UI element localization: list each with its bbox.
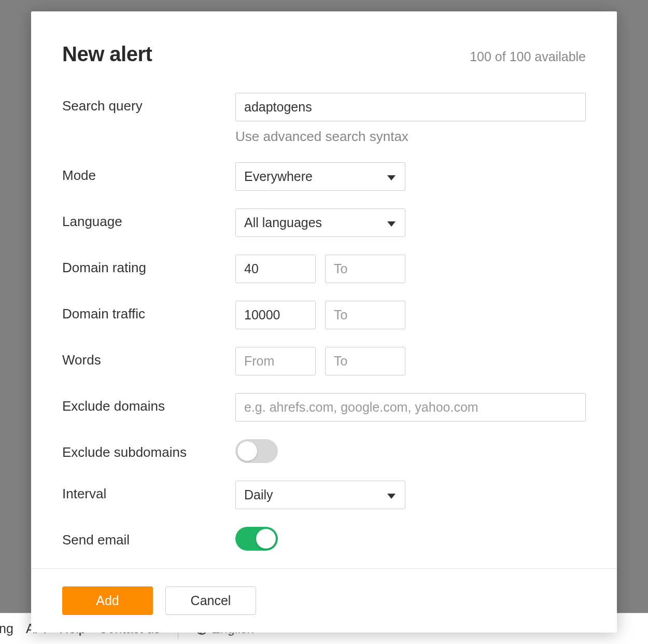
- words-to-input[interactable]: [325, 347, 405, 375]
- interval-select[interactable]: Daily: [235, 481, 405, 509]
- domain-traffic-to-input[interactable]: [325, 301, 405, 329]
- toggle-knob: [256, 529, 276, 549]
- domain-rating-to-input[interactable]: [325, 255, 405, 283]
- exclude-subdomains-toggle[interactable]: [235, 439, 278, 463]
- mode-select[interactable]: Everywhere: [235, 162, 405, 191]
- search-query-label: Search query: [62, 93, 235, 114]
- mode-select-value: Everywhere: [244, 169, 313, 184]
- mode-label: Mode: [62, 162, 235, 184]
- exclude-domains-label: Exclude domains: [62, 393, 235, 414]
- nav-pricing-partial[interactable]: cing: [0, 621, 13, 636]
- domain-traffic-from-input[interactable]: [235, 301, 316, 329]
- modal-title: New alert: [62, 43, 152, 66]
- send-email-label: Send email: [62, 527, 235, 548]
- language-select[interactable]: All languages: [235, 208, 405, 237]
- interval-label: Interval: [62, 481, 235, 502]
- words-label: Words: [62, 347, 235, 368]
- new-alert-modal: New alert 100 of 100 available Search qu…: [31, 11, 617, 633]
- search-query-input[interactable]: [235, 93, 586, 121]
- interval-select-value: Daily: [244, 487, 273, 502]
- add-button[interactable]: Add: [62, 586, 153, 615]
- chevron-down-icon: [387, 221, 396, 227]
- send-email-toggle[interactable]: [235, 527, 278, 551]
- language-select-value: All languages: [244, 215, 322, 230]
- chevron-down-icon: [387, 494, 396, 499]
- domain-traffic-label: Domain traffic: [62, 301, 235, 322]
- domain-rating-from-input[interactable]: [235, 255, 316, 283]
- exclude-subdomains-label: Exclude subdomains: [62, 439, 235, 460]
- exclude-domains-input[interactable]: [235, 393, 586, 422]
- words-from-input[interactable]: [235, 347, 316, 375]
- search-query-hint[interactable]: Use advanced search syntax: [235, 129, 586, 145]
- availability-text: 100 of 100 available: [470, 49, 586, 64]
- language-form-label: Language: [62, 208, 235, 230]
- chevron-down-icon: [387, 175, 396, 180]
- domain-rating-label: Domain rating: [62, 255, 235, 276]
- toggle-knob: [237, 441, 257, 461]
- cancel-button[interactable]: Cancel: [165, 586, 256, 615]
